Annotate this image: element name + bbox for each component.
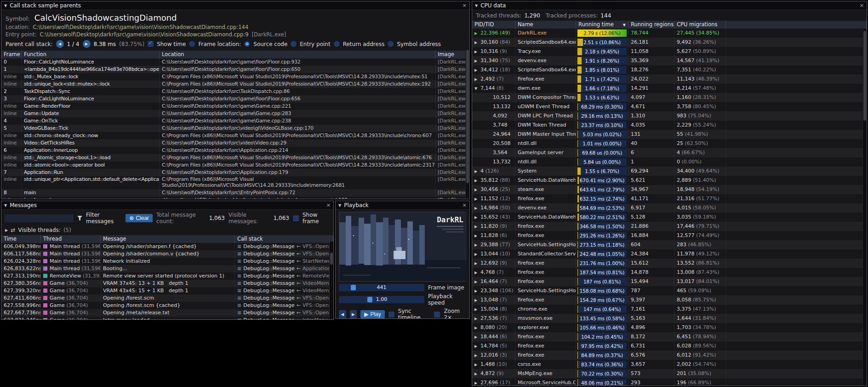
cpu-row[interactable]: ▶35,812 (88)ServiceHub.DataWarehou670.41… bbox=[472, 176, 867, 185]
messages-scroll-thumb[interactable] bbox=[330, 253, 333, 265]
message-row[interactable]: 627,380,356nsGame (36,704)VRAM 37x45: 13… bbox=[1, 280, 333, 287]
expand-icon[interactable]: ▶ bbox=[474, 314, 480, 323]
message-row[interactable]: 627,558,996nsGame (36,704)Opening /fores… bbox=[1, 302, 333, 309]
callstack-row[interactable]: inlinestd::_Atomic_storage<bool,1>::load… bbox=[1, 154, 469, 162]
collapse-icon[interactable]: ▼ bbox=[4, 203, 7, 208]
cpu-row[interactable]: ▶13,044 (10)StandardCollector.Servic242.… bbox=[472, 249, 867, 259]
close-icon[interactable]: ✕ bbox=[463, 3, 467, 9]
callstack-row[interactable]: 4Game::OnTickC:\Users\wolf\Desktop\darkr… bbox=[1, 117, 469, 125]
collapse-icon[interactable]: ▼ bbox=[338, 203, 341, 208]
show-frame-checkbox[interactable] bbox=[293, 215, 299, 221]
cpu-row[interactable]: ▶22,396 (49)DarkRL.exe2.79 s (12.06%)78,… bbox=[472, 29, 867, 38]
cpu-row[interactable]: 13,732ntdll.dll5.84 us (0.00%)10 (0.00%) bbox=[472, 157, 867, 167]
expand-icon[interactable]: ▶ bbox=[474, 342, 480, 351]
messages-scrollbar[interactable] bbox=[329, 242, 333, 319]
cpu-row[interactable]: ▶27,696 (17)Microsoft.ServiceHub.Co48.06… bbox=[472, 378, 867, 386]
expand-icon[interactable]: ▶ bbox=[474, 370, 480, 378]
callstack-row[interactable]: 2TaskDispatch::SyncC:\Users\wolf\Desktop… bbox=[1, 88, 469, 95]
collapse-icon[interactable]: ▼ bbox=[475, 4, 478, 8]
expand-icon[interactable]: ▶ bbox=[474, 277, 480, 286]
cpu-row[interactable]: ▶14,784 (5)firefox.exe97.95 ms (0.42%)6,… bbox=[472, 341, 867, 351]
callstack-row[interactable]: inlinestd::chrono::steady_clock::nowC:\P… bbox=[1, 132, 469, 139]
col-running-time[interactable]: Running time▼ bbox=[576, 21, 628, 29]
cpu-row[interactable]: ▶15,652 (43)ServiceHub.DataWarehou580.22… bbox=[472, 213, 867, 222]
expand-icon[interactable]: ▶ bbox=[474, 287, 480, 295]
step-forward-button[interactable]: ▶ bbox=[350, 310, 357, 318]
expand-icon[interactable]: ▶ bbox=[474, 176, 480, 185]
cpu-row[interactable]: ▶16,464 (7)firefox.exe187 ms (0.81%)15,4… bbox=[472, 277, 867, 286]
cpu-row[interactable]: ▶27,536 (7)msvsmon.exe133.45 ms (0.58%)5… bbox=[472, 314, 867, 323]
callstack-row[interactable]: inlinestd::unique_lock<std::mutex>::lock… bbox=[1, 81, 469, 88]
zoom-2x-checkbox[interactable] bbox=[434, 312, 440, 318]
message-row[interactable]: 627,313,190nsRemoteView (31,392)Remote v… bbox=[1, 272, 333, 280]
expand-icon[interactable]: ▶ bbox=[474, 66, 480, 75]
expand-icon[interactable]: ▶ bbox=[474, 305, 480, 314]
cpu-row[interactable]: 24,964DWM Master Input Threa5.03 ms (0.0… bbox=[472, 130, 867, 139]
cpu-scrollbar[interactable] bbox=[862, 30, 867, 386]
radio-entry-point[interactable] bbox=[291, 41, 297, 47]
expand-icon[interactable]: ▶ bbox=[474, 231, 480, 240]
expand-icon[interactable]: ▶ bbox=[474, 259, 480, 268]
close-icon[interactable]: ✕ bbox=[463, 202, 467, 208]
expand-icon[interactable]: ▶ bbox=[474, 379, 480, 386]
callstack-scroll-thumb[interactable] bbox=[466, 50, 469, 183]
callstack-row[interactable]: inlinestd::_Mutex_base::lockC:\Program F… bbox=[1, 73, 469, 81]
col-pid-tid[interactable]: PID/TID bbox=[472, 21, 515, 29]
next-parent-button[interactable]: ▶ bbox=[83, 40, 91, 48]
cpu-row[interactable]: ▶30,160 (84)ScriptedSandbox64.exe2.51 s … bbox=[472, 38, 867, 47]
message-row[interactable]: 627,399,320nsGame (36,704)VRAM 43x45: 15… bbox=[1, 287, 333, 295]
callstack-row[interactable]: 5VideoGLBase::TickC:\Users\wolf\Desktop\… bbox=[1, 125, 469, 132]
cpu-row[interactable]: ▶4,768 (7)firefox.exe187.54 ms (0.81%)14… bbox=[472, 268, 867, 277]
callstack-scrollbar[interactable] bbox=[465, 49, 469, 199]
collapse-icon[interactable]: ▼ bbox=[474, 84, 480, 93]
cpu-row[interactable]: ▶1,488 (10)csrss.exe83.74 ms (0.36%)3,65… bbox=[472, 360, 867, 369]
cpu-row[interactable]: ▶30,456 (25)steam.exe643.61 ms (2.79%)34… bbox=[472, 185, 867, 194]
message-row[interactable]: 627,667,736nsGame (36,704)Opening /meta/… bbox=[1, 309, 333, 317]
expand-icon[interactable]: ▶ bbox=[474, 29, 480, 38]
cpu-row[interactable]: ▶11,152 (12)firefox.exe632.15 ms (2.74%)… bbox=[472, 194, 867, 203]
expand-icon[interactable]: ▶ bbox=[474, 296, 480, 305]
message-row[interactable]: 627,831,246nsGame (36,704)Intro menu loa… bbox=[1, 317, 333, 319]
cpu-row[interactable]: ▶31,340 (75)devenv.exe1.91 s (8.26%)35,3… bbox=[472, 56, 867, 65]
cpu-row[interactable]: ▶14,984 (50)devenv.exe584.69 ms (2.53%)6… bbox=[472, 203, 867, 213]
expand-icon[interactable]: ▶ bbox=[474, 75, 480, 84]
callstack-row[interactable]: 6Application::InnerLoopC:\Users\wolf\Des… bbox=[1, 147, 469, 154]
cpu-row[interactable]: ▶23,348 (106)ServiceHub.SettingsHost158.… bbox=[472, 286, 867, 295]
expand-icon[interactable]: ▶ bbox=[474, 195, 480, 203]
cpu-row[interactable]: ▶11,820 (9)firefox.exe346.58 ms (1.50%)2… bbox=[472, 222, 867, 231]
expand-icon[interactable]: ▶ bbox=[474, 167, 480, 176]
expand-icon[interactable]: ▶ bbox=[474, 241, 480, 249]
callstack-row[interactable]: inlinestd::atomic<bool>::operator boolC:… bbox=[1, 162, 469, 169]
frame-image-slider[interactable]: 441 bbox=[339, 284, 424, 291]
callstack-row[interactable]: inlineinvoke_maind:\agent\_work\63\s\src… bbox=[1, 196, 469, 199]
expand-icon[interactable]: ▶ bbox=[474, 323, 480, 332]
expand-icon[interactable]: ▶ bbox=[474, 333, 480, 341]
expand-icon[interactable]: ▶ bbox=[474, 250, 480, 259]
expand-icon[interactable]: ▶ bbox=[474, 204, 480, 213]
expand-icon[interactable]: ▶ bbox=[474, 185, 480, 194]
cpu-row[interactable]: ▶11,828 (6)firefox.exe291.26 ms (1.26%)1… bbox=[472, 231, 867, 240]
callstack-row[interactable]: inlinestd::unique_ptr<Application,std::d… bbox=[1, 176, 469, 189]
expand-icon[interactable]: ▶ bbox=[474, 38, 480, 47]
callstack-row[interactable]: 8mainC:\Users\wolf\Desktop\darkrl\src\En… bbox=[1, 189, 469, 196]
col-name[interactable]: Name bbox=[515, 21, 576, 29]
playback-speed-slider[interactable]: 1.00 bbox=[339, 296, 424, 303]
message-row[interactable]: 606,117,568nsMain thread (31,596)Opening… bbox=[1, 250, 333, 258]
clear-button[interactable]: ⊗Clear bbox=[126, 214, 153, 222]
expand-icon[interactable]: ▶ bbox=[474, 222, 480, 231]
prev-parent-button[interactable]: ◀ bbox=[56, 40, 64, 48]
cpu-row[interactable]: ▶10,316 (9)Tracy.exe2.18 s (9.45%)11,058… bbox=[472, 47, 867, 56]
callstack-row[interactable]: 3Floor::CalcLightNoLuminanceC:\Users\wol… bbox=[1, 95, 469, 103]
radio-return-address[interactable] bbox=[334, 41, 340, 47]
cpu-row[interactable]: 10,512DWM Compositor Thread1.53 s (6.63%… bbox=[472, 93, 867, 102]
message-row[interactable]: 627,411,606nsGame (36,704)Opening /fores… bbox=[1, 295, 333, 302]
callstack-row[interactable]: inlineVideo::GetTicksHiResC:\Users\wolf\… bbox=[1, 139, 469, 147]
cpu-row[interactable]: ▶34,412 (18)ScriptedSandbox64.exe1.85 s … bbox=[472, 65, 867, 75]
expand-icon[interactable]: ▶ bbox=[5, 228, 8, 232]
expand-icon[interactable]: ▶ bbox=[474, 351, 480, 360]
callstack-row[interactable]: 7Application::RunC:\Users\wolf\Desktop\d… bbox=[1, 169, 469, 176]
col-cpu-migrations[interactable]: CPU migrations bbox=[674, 21, 726, 29]
cpu-row[interactable]: 4,092DWM LPC Port Thread29.16 ms (0.13%)… bbox=[472, 111, 867, 121]
cpu-row[interactable]: 3,564GameInput server69.68 us (0.00%)64 … bbox=[472, 148, 867, 157]
close-icon[interactable]: ✕ bbox=[326, 202, 331, 208]
